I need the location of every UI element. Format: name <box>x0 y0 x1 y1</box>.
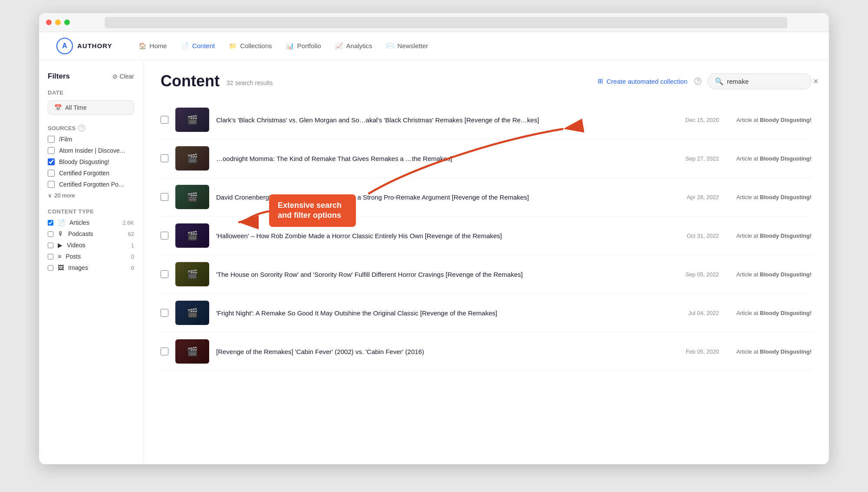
nav-item-content[interactable]: 📄 Content <box>181 40 215 52</box>
search-input[interactable] <box>727 78 809 85</box>
podcasts-count: 62 <box>128 231 134 237</box>
source-label-4: Certified Forgotten Po… <box>59 181 125 188</box>
article-thumbnail-4: 🎬 <box>175 262 209 286</box>
maximize-button[interactable] <box>64 20 70 25</box>
images-icon: 🖼 <box>58 264 64 271</box>
content-title: Content <box>161 72 220 90</box>
url-bar[interactable] <box>105 17 787 28</box>
article-select-1[interactable] <box>161 154 168 162</box>
article-title-2: David Cronenberg's 'The Fly' Continues t… <box>216 193 669 202</box>
source-checkbox-0[interactable] <box>48 136 55 143</box>
clear-label: Clear <box>120 73 134 80</box>
articles-icon: 📄 <box>58 219 65 226</box>
logo-text: AUTHORY <box>77 42 112 49</box>
close-button[interactable] <box>46 20 52 25</box>
search-clear-icon[interactable]: ✕ <box>813 77 819 85</box>
videos-checkbox[interactable] <box>48 243 53 248</box>
nav-menu: 🏠 Home 📄 Content 📁 Collections 📊 Portfol… <box>138 40 428 52</box>
articles-checkbox[interactable] <box>48 220 53 226</box>
create-collection-button[interactable]: ⊞ Create automated collection <box>598 77 687 85</box>
article-date-1: Sep 27, 2022 <box>685 155 719 162</box>
create-collection-help-icon[interactable]: ? <box>694 78 701 85</box>
article-source-4: Article at Bloody Disgusting! <box>736 271 812 278</box>
collections-icon: 📁 <box>229 42 237 50</box>
analytics-icon: 📈 <box>335 42 343 50</box>
article-title-5: 'Fright Night': A Remake So Good It May … <box>216 308 671 318</box>
content-type-label: Content type <box>48 208 134 215</box>
source-checkbox-2[interactable] <box>48 158 55 165</box>
minimize-button[interactable] <box>55 20 61 25</box>
nav-item-home[interactable]: 🏠 Home <box>138 40 167 52</box>
table-row: 🎬 David Cronenberg's 'The Fly' Continues… <box>161 178 812 216</box>
clear-filters-button[interactable]: ⊘ Clear <box>112 73 134 80</box>
article-title-6: [Revenge of the Remakes] 'Cabin Fever' (… <box>216 347 668 356</box>
content-header: Content 32 search results ⊞ Create autom… <box>161 72 812 90</box>
nav-item-portfolio[interactable]: 📊 Portfolio <box>286 40 321 52</box>
content-type-articles: 📄 Articles 2.6K <box>48 219 134 226</box>
podcasts-label: Podcasts <box>68 230 93 237</box>
main-layout: Filters ⊘ Clear Date 📅 All Time Sources … <box>39 60 829 464</box>
article-thumbnail-5: 🎬 <box>175 301 209 325</box>
sources-label: Sources <box>48 125 76 131</box>
date-filter-label: Date <box>48 89 134 96</box>
articles-label: Articles <box>69 219 89 226</box>
article-select-4[interactable] <box>161 270 168 278</box>
source-checkbox-1[interactable] <box>48 147 55 154</box>
nav-collections-label: Collections <box>240 42 272 49</box>
nav-analytics-label: Analytics <box>346 42 372 49</box>
search-icon: 🔍 <box>715 77 723 85</box>
home-icon: 🏠 <box>138 42 147 50</box>
article-source-0: Article at Bloody Disgusting! <box>736 117 812 123</box>
nav-item-analytics[interactable]: 📈 Analytics <box>335 40 372 52</box>
source-checkbox-3[interactable] <box>48 170 55 177</box>
article-source-5: Article at Bloody Disgusting! <box>736 310 812 316</box>
images-checkbox[interactable] <box>48 265 53 271</box>
posts-icon: ≡ <box>58 253 61 260</box>
posts-checkbox[interactable] <box>48 254 53 259</box>
content-type-section: Content type 📄 Articles 2.6K 🎙 Podcasts … <box>48 208 134 271</box>
article-thumbnail-1: 🎬 <box>175 146 209 171</box>
date-picker-button[interactable]: 📅 All Time <box>48 100 134 115</box>
images-count: 0 <box>131 265 134 271</box>
navbar: A AUTHORY 🏠 Home 📄 Content 📁 Collections… <box>39 32 829 60</box>
article-title-0: Clark's 'Black Christmas' vs. Glen Morga… <box>216 115 668 125</box>
videos-count: 1 <box>131 242 134 249</box>
table-row: 🎬 Clark's 'Black Christmas' vs. Glen Mor… <box>161 101 812 139</box>
source-checkbox-4[interactable] <box>48 181 55 188</box>
article-date-2: Apr 28, 2022 <box>687 194 719 200</box>
date-selected: All Time <box>65 104 87 111</box>
article-select-2[interactable] <box>161 193 168 201</box>
article-select-0[interactable] <box>161 116 168 124</box>
calendar-icon: 📅 <box>54 104 62 111</box>
source-item-3: Certified Forgotten <box>48 170 134 177</box>
nav-item-newsletter[interactable]: ✉️ Newsletter <box>386 40 428 52</box>
article-select-6[interactable] <box>161 348 168 355</box>
article-thumbnail-0: 🎬 <box>175 108 209 132</box>
source-label-3: Certified Forgotten <box>59 170 109 177</box>
sources-help-icon[interactable]: ? <box>78 125 85 131</box>
table-row: 🎬 [Revenge of the Remakes] 'Cabin Fever'… <box>161 332 812 371</box>
article-source-6: Article at Bloody Disgusting! <box>736 348 812 355</box>
podcasts-icon: 🎙 <box>58 230 64 237</box>
table-row: 🎬 'Fright Night': A Remake So Good It Ma… <box>161 294 812 332</box>
chevron-down-icon: ∨ <box>48 192 52 199</box>
nav-portfolio-label: Portfolio <box>297 42 321 49</box>
show-more-sources[interactable]: ∨ 20 more <box>48 192 134 199</box>
logo-icon: A <box>56 38 73 54</box>
videos-icon: ▶ <box>58 242 62 249</box>
article-select-3[interactable] <box>161 232 168 239</box>
sources-header: Sources ? <box>48 125 134 131</box>
videos-label: Videos <box>67 242 85 249</box>
article-title-1: …oodnight Momma: The Kind of Remake That… <box>216 154 668 163</box>
content-type-images: 🖼 Images 0 <box>48 264 134 271</box>
source-item-4: Certified Forgotten Po… <box>48 181 134 188</box>
article-select-5[interactable] <box>161 309 168 317</box>
content-wrapper: Content 32 search results ⊞ Create autom… <box>143 60 829 464</box>
nav-item-collections[interactable]: 📁 Collections <box>229 40 272 52</box>
logo[interactable]: A AUTHORY <box>56 38 112 54</box>
content-area: Content 32 search results ⊞ Create autom… <box>143 60 829 383</box>
source-label-0: /Film <box>59 136 72 143</box>
podcasts-checkbox[interactable] <box>48 231 53 237</box>
table-row: 🎬 'Halloween' – How Rob Zombie Made a Ho… <box>161 216 812 255</box>
article-date-3: Oct 31, 2022 <box>687 233 719 239</box>
